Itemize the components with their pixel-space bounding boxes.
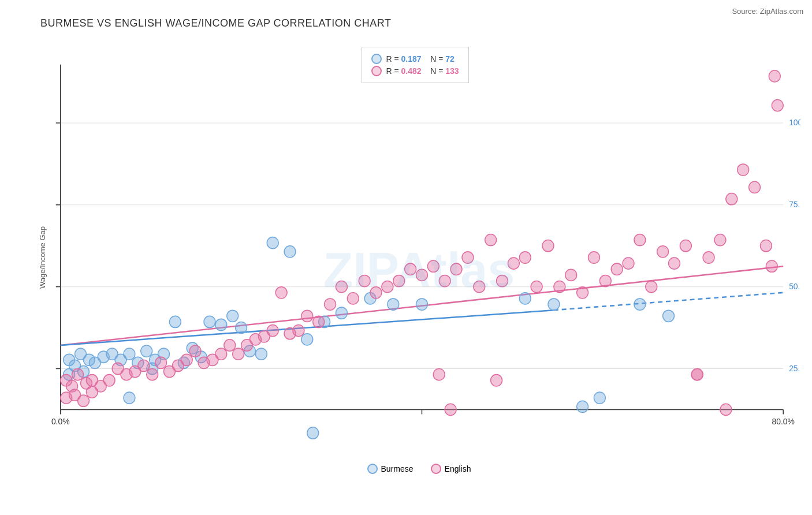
svg-point-125	[669, 258, 680, 269]
svg-point-66	[72, 369, 84, 380]
svg-point-119	[599, 275, 611, 286]
svg-point-135	[772, 99, 783, 111]
svg-point-74	[138, 360, 150, 371]
svg-point-49	[301, 334, 313, 345]
svg-point-141	[433, 369, 445, 380]
svg-point-44	[236, 322, 247, 333]
svg-point-90	[275, 287, 287, 298]
svg-point-55	[124, 392, 135, 404]
svg-point-132	[749, 181, 761, 193]
svg-point-143	[445, 404, 456, 415]
svg-point-123	[646, 281, 657, 293]
svg-text:75.0%: 75.0%	[789, 200, 800, 209]
svg-point-93	[301, 310, 313, 322]
svg-point-41	[204, 316, 215, 327]
svg-point-134	[769, 70, 780, 82]
svg-point-145	[720, 404, 732, 415]
svg-text:80.0%: 80.0%	[772, 417, 795, 426]
svg-line-21	[554, 293, 783, 310]
svg-point-60	[577, 401, 588, 412]
bottom-legend-label-english: English	[445, 464, 471, 473]
bottom-legend-dot-english	[431, 464, 441, 474]
bottom-legend-burmese: Burmese	[367, 464, 414, 474]
svg-point-94	[313, 316, 325, 327]
svg-point-59	[548, 298, 560, 310]
svg-point-58	[519, 293, 531, 304]
svg-point-61	[594, 392, 605, 404]
svg-point-122	[634, 234, 646, 245]
svg-text:25.0%: 25.0%	[789, 363, 800, 372]
svg-point-124	[657, 246, 669, 258]
bottom-legend-english: English	[431, 464, 471, 474]
svg-point-136	[766, 260, 777, 272]
svg-point-34	[141, 345, 152, 357]
svg-point-53	[388, 298, 399, 310]
chart-area: Wage/Income Gap R = 0.187 N = 72 R = 0.4…	[38, 35, 800, 480]
legend-row-burmese: R = 0.187 N = 72	[371, 54, 459, 64]
svg-point-95	[325, 298, 336, 310]
svg-text:0.0%: 0.0%	[51, 417, 70, 426]
svg-point-75	[147, 369, 158, 380]
svg-point-112	[519, 252, 531, 263]
svg-point-118	[588, 252, 600, 263]
svg-point-43	[227, 310, 239, 322]
svg-point-37	[169, 316, 181, 327]
scatter-chart: 0.0% 80.0% 25.0% 50.0% 75.0% 100.0%	[38, 35, 800, 480]
svg-point-32	[124, 348, 135, 360]
bottom-legend: Burmese English	[367, 464, 471, 474]
bottom-legend-label-burmese: Burmese	[381, 464, 414, 473]
svg-point-139	[78, 395, 90, 406]
legend-dot-burmese	[371, 54, 382, 64]
chart-title: BURMESE VS ENGLISH WAGE/INCOME GAP CORRE…	[6, 12, 806, 32]
svg-text:100.0%: 100.0%	[789, 118, 800, 127]
svg-point-140	[86, 386, 98, 398]
svg-point-57	[416, 298, 428, 310]
svg-point-121	[623, 258, 634, 269]
svg-point-142	[491, 375, 502, 386]
svg-point-80	[189, 345, 201, 357]
svg-point-54	[307, 427, 319, 439]
svg-text:50.0%: 50.0%	[789, 282, 800, 291]
svg-text:ZIPAtlas: ZIPAtlas	[323, 242, 515, 297]
legend-row-english: R = 0.482 N = 133	[371, 66, 459, 76]
bottom-legend-dot-burmese	[367, 464, 378, 474]
svg-point-46	[255, 348, 267, 360]
svg-point-63	[663, 310, 675, 322]
chart-container: BURMESE VS ENGLISH WAGE/INCOME GAP CORRE…	[0, 0, 812, 515]
svg-point-92	[293, 325, 304, 337]
svg-point-113	[531, 281, 542, 293]
svg-point-85	[233, 348, 244, 360]
legend-r-label-english: R = 0.482 N = 133	[386, 66, 459, 76]
svg-point-84	[224, 339, 236, 351]
svg-point-144	[691, 369, 703, 380]
svg-point-48	[284, 246, 296, 258]
svg-point-126	[680, 240, 691, 252]
legend-r-label-burmese: R = 0.187 N = 72	[386, 54, 455, 64]
svg-point-128	[703, 252, 714, 263]
svg-point-76	[155, 357, 167, 368]
svg-point-62	[634, 298, 646, 310]
svg-point-131	[737, 164, 749, 176]
svg-point-42	[215, 319, 227, 330]
svg-point-51	[336, 307, 347, 319]
svg-point-120	[611, 263, 623, 275]
svg-point-114	[542, 240, 554, 252]
svg-point-133	[760, 240, 772, 252]
svg-point-129	[714, 234, 726, 245]
svg-point-83	[215, 348, 227, 360]
legend-box: R = 0.187 N = 72 R = 0.482 N = 133	[362, 47, 469, 83]
svg-point-70	[103, 375, 115, 386]
svg-point-130	[726, 193, 737, 205]
svg-point-47	[267, 237, 278, 249]
svg-point-117	[577, 287, 588, 298]
legend-dot-english	[371, 66, 382, 76]
svg-point-79	[181, 354, 192, 365]
svg-point-116	[565, 269, 577, 281]
svg-point-89	[267, 325, 278, 337]
y-axis-label: Wage/Income Gap	[38, 226, 47, 289]
source-label: Source: ZipAtlas.com	[732, 7, 803, 16]
svg-point-115	[554, 281, 565, 293]
